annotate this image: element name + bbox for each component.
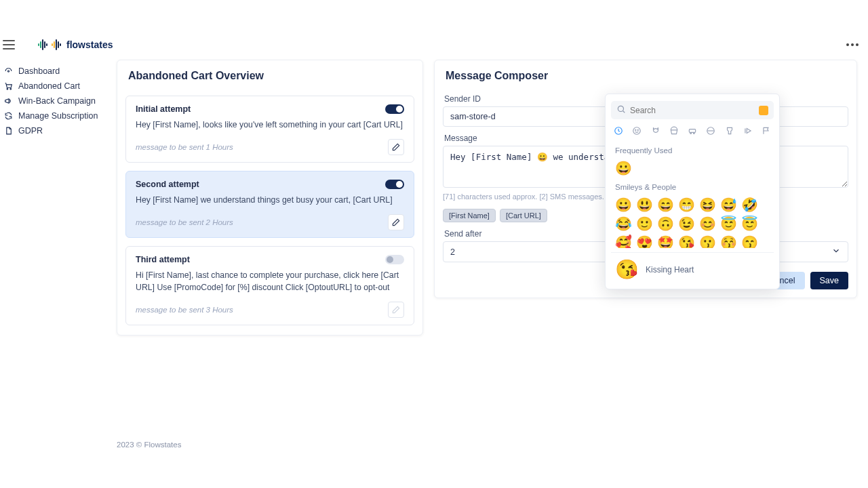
sidebar: Dashboard Abandoned Cart Win-Back Campai…: [3, 64, 111, 138]
overview-panel: Abandoned Cart Overview Initial attempt …: [117, 60, 423, 336]
attempt-toggle[interactable]: [385, 255, 404, 264]
sidebar-item-winback[interactable]: Win-Back Campaign: [3, 94, 111, 108]
megaphone-icon: [4, 97, 13, 106]
svg-point-16: [690, 133, 692, 134]
activity-icon[interactable]: [706, 126, 715, 136]
sidebar-item-label: GDPR: [18, 126, 43, 136]
svg-point-9: [618, 106, 623, 111]
sidebar-item-dashboard[interactable]: Dashboard: [3, 64, 111, 79]
attempt-title: Initial attempt: [136, 104, 191, 114]
document-icon: [4, 127, 13, 136]
emoji-row[interactable]: 🥰😍🤩😘😗😚😙: [612, 233, 772, 248]
topbar-left: flowstates: [3, 39, 113, 50]
symbols-icon[interactable]: [743, 126, 753, 136]
footer-text: 2023 © Flowstates: [117, 441, 181, 449]
svg-line-10: [623, 110, 625, 113]
attempt-toggle[interactable]: [385, 180, 404, 189]
refresh-icon: [4, 112, 13, 121]
attempt-card-2[interactable]: Second attempt Hey [First Name] we under…: [125, 171, 414, 238]
objects-icon[interactable]: [725, 126, 734, 136]
emoji-row[interactable]: 😂🙂🙃😉😊😇😇: [612, 214, 772, 233]
chevron-down-icon: [831, 246, 841, 258]
sidebar-item-label: Abandoned Cart: [18, 81, 80, 91]
sidebar-item-subscription[interactable]: Manage Subscription: [3, 108, 111, 123]
send-after-value: 2: [450, 247, 455, 257]
attempt-send-note: message to be sent 2 Hours: [136, 218, 233, 226]
svg-point-1: [10, 89, 12, 90]
emoji-category-tabs: [611, 119, 774, 141]
smiley-icon[interactable]: [632, 126, 642, 136]
more-menu-button[interactable]: [842, 39, 863, 50]
emoji-section-smileys: Smileys & People: [615, 183, 770, 191]
overview-title: Abandoned Cart Overview: [117, 60, 422, 87]
svg-point-12: [633, 127, 641, 135]
tag-cart-url[interactable]: [Cart URL]: [500, 209, 547, 222]
emoji-row[interactable]: 😀😃😄😁😆😅🤣: [612, 195, 772, 214]
attempt-send-note: message to be sent 3 Hours: [136, 306, 233, 314]
svg-point-13: [635, 129, 636, 130]
sidebar-item-gdpr[interactable]: GDPR: [3, 123, 111, 138]
recent-icon[interactable]: [614, 126, 623, 136]
attempt-title: Third attempt: [136, 255, 190, 264]
sidebar-item-label: Dashboard: [18, 66, 60, 76]
tag-first-name[interactable]: [First Name]: [443, 209, 496, 222]
animal-icon[interactable]: [651, 126, 660, 136]
svg-rect-15: [689, 129, 695, 133]
attempt-body: Hey [First Name] we understand things ge…: [136, 195, 404, 206]
menu-toggle-button[interactable]: [3, 40, 15, 49]
svg-point-17: [693, 133, 694, 134]
attempt-card-3[interactable]: Third attempt Hi [First Name], last chan…: [125, 246, 414, 325]
logo-mark-icon: [38, 39, 61, 50]
gauge-icon: [4, 67, 13, 76]
edit-button[interactable]: [388, 139, 404, 155]
flags-icon[interactable]: [762, 126, 771, 136]
attempt-body: Hi [First Name], last chance to complete…: [136, 270, 404, 293]
attempt-title: Second attempt: [136, 180, 199, 189]
emoji-section-frequent: Frequently Used: [615, 146, 770, 155]
emoji-search-row: [611, 101, 774, 119]
topbar: flowstates: [3, 39, 863, 50]
emoji-row[interactable]: 😀: [612, 159, 772, 178]
edit-button[interactable]: [388, 302, 404, 318]
brand-logo: flowstates: [38, 39, 113, 50]
composer-title: Message Composer: [443, 60, 848, 87]
sidebar-item-label: Win-Back Campaign: [18, 96, 96, 106]
attempt-send-note: message to be sent 1 Hours: [136, 143, 233, 151]
svg-point-14: [637, 129, 638, 130]
brand-name: flowstates: [66, 39, 113, 50]
cart-icon: [4, 82, 13, 91]
edit-button[interactable]: [388, 214, 404, 230]
svg-point-0: [7, 89, 8, 90]
skin-tone-swatch[interactable]: [759, 106, 768, 115]
sidebar-item-label: Manage Subscription: [18, 111, 98, 121]
food-icon[interactable]: [669, 126, 679, 136]
emoji-scroll[interactable]: Frequently Used 😀 Smileys & People 😀😃😄😁😆…: [611, 141, 774, 248]
emoji-search-input[interactable]: [630, 106, 755, 115]
save-button[interactable]: Save: [810, 272, 849, 289]
emoji-preview: 😘 Kissing Heart: [611, 252, 774, 282]
attempt-card-1[interactable]: Initial attempt Hey [First Name], looks …: [125, 96, 414, 163]
emoji-preview-name: Kissing Heart: [646, 265, 694, 274]
travel-icon[interactable]: [688, 126, 697, 136]
attempt-body: Hey [First Name], looks like you've left…: [136, 119, 404, 131]
sidebar-item-abandoned-cart[interactable]: Abandoned Cart: [3, 79, 111, 94]
attempt-toggle[interactable]: [385, 104, 404, 114]
search-icon: [616, 104, 626, 116]
emoji-picker: Frequently Used 😀 Smileys & People 😀😃😄😁😆…: [605, 94, 780, 289]
emoji-preview-glyph: 😘: [615, 258, 639, 281]
